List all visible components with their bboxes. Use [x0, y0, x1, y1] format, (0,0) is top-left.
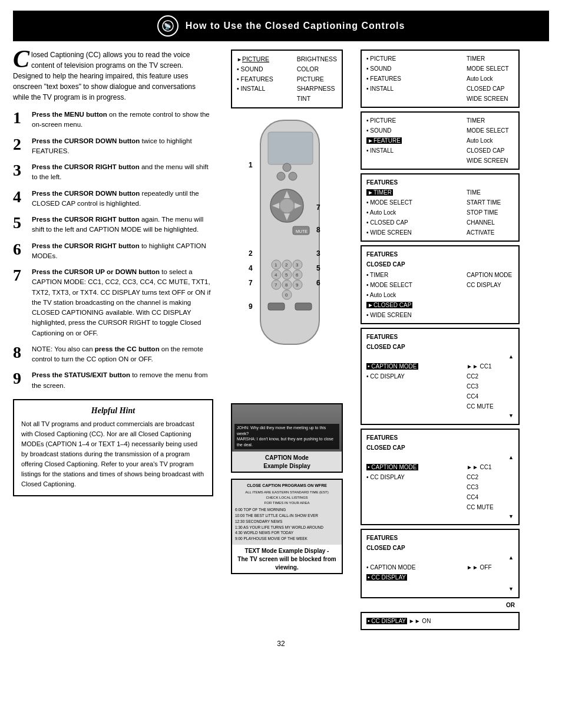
caption-line1: JOHN: Why did they move the meeting up t…: [237, 425, 337, 437]
p1-sound: • SOUND: [366, 64, 431, 74]
p2-sound: • SOUND: [366, 126, 431, 136]
right-panel-cc-on: • CC DISPLAY ►► ON: [361, 612, 520, 630]
panel2-row: • PICTURE • SOUND ►FEATURE • INSTALL TIM…: [366, 116, 514, 166]
menu-right-picture: BRIGHTNESS COLOR PICTURE SHARPNESS TINT: [297, 54, 337, 104]
panel1-row: • PICTURE • SOUND • FEATURES • INSTALL T…: [366, 54, 514, 104]
p6-ccdisplay: • CC DISPLAY: [366, 472, 431, 482]
step-2-num: 2: [13, 136, 27, 153]
step-8-text: NOTE: You also can press the CC button o…: [32, 344, 213, 365]
p5-sub: CLOSED CAP: [366, 342, 514, 352]
svg-text:7: 7: [275, 282, 277, 288]
svg-text:9: 9: [249, 302, 253, 311]
steps-list: 1 Press the MENU button on the remote co…: [13, 110, 213, 391]
step-6-text: Press the CURSOR RIGHT button to highlig…: [32, 241, 213, 262]
svg-text:7: 7: [249, 279, 253, 287]
step-3: 3 Press the CURSOR RIGHT button and the …: [13, 162, 213, 183]
panel7-right: ►► OFF: [467, 562, 514, 582]
step-3-text: Press the CURSOR RIGHT button and the me…: [32, 162, 213, 183]
step-2: 2 Press the CURSOR DOWN button twice to …: [13, 136, 213, 157]
menu-panel-picture: ►PICTURE • SOUND • FEATURES • INSTALL BR…: [231, 50, 343, 108]
panel3-left: ►TIMER • MODE SELECT • Auto Lock • CLOSE…: [366, 187, 431, 238]
right-panel-7: FEATURES CLOSED CAP ▲ • CAPTION MODE • C…: [361, 529, 520, 598]
panel4-left: • TIMER • MODE SELECT • Auto Lock ►CLOSE…: [366, 270, 431, 320]
svg-rect-35: [268, 303, 285, 310]
panel4-row: • TIMER • MODE SELECT • Auto Lock ►CLOSE…: [366, 270, 514, 320]
step-5-num: 5: [13, 215, 27, 231]
step-9: 9 Press the STATUS/EXIT button to remove…: [13, 370, 213, 391]
svg-text:4: 4: [275, 272, 277, 278]
hint-text: Not all TV programs and product commerci…: [21, 419, 205, 489]
right-column: • PICTURE • SOUND • FEATURES • INSTALL T…: [361, 50, 520, 630]
p6-captionmode-hl: • CAPTION MODE: [366, 462, 431, 472]
hint-box: Helpful Hint Not all TV programs and pro…: [13, 399, 213, 496]
step-4: 4 Press the CURSOR DOWN button repeatedl…: [13, 189, 213, 209]
step-6: 6 Press the CURSOR RIGHT button to highl…: [13, 241, 213, 262]
panel5-left: • CAPTION MODE • CC DISPLAY: [366, 361, 431, 411]
svg-text:5: 5: [316, 264, 320, 272]
or-label: OR: [506, 602, 515, 608]
p5-ccdisplay: • CC DISPLAY: [366, 371, 431, 381]
p3-timer-hl: ►TIMER: [366, 187, 431, 197]
step-7-num: 7: [13, 267, 27, 284]
step-1-num: 1: [13, 110, 27, 126]
right-panel-2: • PICTURE • SOUND ►FEATURE • INSTALL TIM…: [361, 111, 520, 170]
p6-sub: CLOSED CAP: [366, 443, 514, 453]
panel2-right: TIMER MODE SELECT Auto Lock CLOSED CAP W…: [467, 116, 514, 166]
p4-closedcap-hl: ►CLOSED CAP: [366, 300, 431, 310]
svg-rect-3: [268, 132, 313, 164]
text-mode-label: TEXT Mode Example Display - The TV scree…: [232, 545, 342, 573]
drop-cap: C: [13, 50, 29, 70]
menu-item-picture-sel: ►PICTURE: [237, 54, 284, 64]
step-4-text: Press the CURSOR DOWN button repeatedly …: [32, 189, 213, 209]
step-7-text: Press the CURSOR UP or DOWN button to se…: [32, 267, 213, 338]
p2-feature-hl: ►FEATURE: [366, 136, 431, 146]
panel1-left: • PICTURE • SOUND • FEATURES • INSTALL: [366, 54, 431, 104]
svg-text:📡: 📡: [164, 22, 171, 30]
svg-text:2: 2: [249, 249, 253, 258]
caption-label-line1: CAPTION Mode: [233, 454, 340, 462]
p3-closedcap: • CLOSED CAP: [366, 218, 431, 228]
p4-sub: CLOSED CAP: [366, 259, 514, 269]
text-mode-screen: CLOSE CAPTION PROGRAMS ON WFRE ALL ITEMS…: [232, 480, 342, 545]
caption-screen: JOHN: Why did they move the meeting up t…: [232, 404, 342, 452]
menu-item-features: • FEATURES: [237, 74, 284, 84]
menu-item-install: • INSTALL: [237, 84, 284, 94]
svg-point-8: [280, 199, 294, 213]
svg-text:MUTE: MUTE: [296, 229, 308, 233]
step-4-num: 4: [13, 189, 27, 205]
p4-autolock: • Auto Lock: [366, 290, 431, 300]
p7-title: FEATURES: [366, 533, 514, 543]
text-mode-label-bold: TEXT Mode Example Display -: [245, 548, 329, 554]
svg-text:7: 7: [316, 203, 320, 212]
caption-example-box: JOHN: Why did they move the meeting up t…: [231, 403, 343, 473]
right-panel-6: FEATURES CLOSED CAP ▲ • CAPTION MODE • C…: [361, 429, 520, 526]
step-6-num: 6: [13, 241, 27, 258]
p3-autolock: • Auto Lock: [366, 207, 431, 218]
p1-feature: • FEATURES: [366, 74, 431, 84]
p7-sub: CLOSED CAP: [366, 543, 514, 553]
right-panel-1: • PICTURE • SOUND • FEATURES • INSTALL T…: [361, 50, 520, 108]
svg-text:6: 6: [296, 272, 299, 278]
p4-modeselect: • MODE SELECT: [366, 280, 431, 290]
header-icon: 📡: [157, 15, 178, 37]
or-row: OR: [361, 602, 520, 608]
caption-line2: MARSHA: I don't know, but they are pushi…: [237, 436, 337, 448]
intro-text: C losed Captioning (CC) allows you to re…: [13, 50, 213, 103]
svg-rect-36: [295, 303, 312, 310]
step-9-num: 9: [13, 370, 27, 387]
svg-text:6: 6: [316, 279, 320, 287]
svg-text:0: 0: [285, 292, 288, 298]
p4-timer: • TIMER: [366, 270, 431, 280]
page: 📡 How to Use the Closed Captioning Contr…: [0, 0, 562, 728]
svg-text:9: 9: [296, 282, 299, 288]
p1-picture: • PICTURE: [366, 54, 431, 64]
step-7: 7 Press the CURSOR UP or DOWN button to …: [13, 267, 213, 338]
step-8: 8 NOTE: You also can press the CC button…: [13, 344, 213, 365]
text-mode-title: CLOSE CAPTION PROGRAMS ON WFRE: [235, 483, 339, 489]
svg-text:8: 8: [316, 226, 320, 234]
p7-captionmode: • CAPTION MODE: [366, 562, 431, 572]
intro-body: losed Captioning (CC) allows you to read…: [13, 51, 196, 101]
step-2-text: Press the CURSOR DOWN button twice to hi…: [32, 136, 213, 157]
step-1: 1 Press the MENU button on the remote co…: [13, 110, 213, 130]
cc-display-on-row: • CC DISPLAY ►► ON: [366, 616, 514, 626]
